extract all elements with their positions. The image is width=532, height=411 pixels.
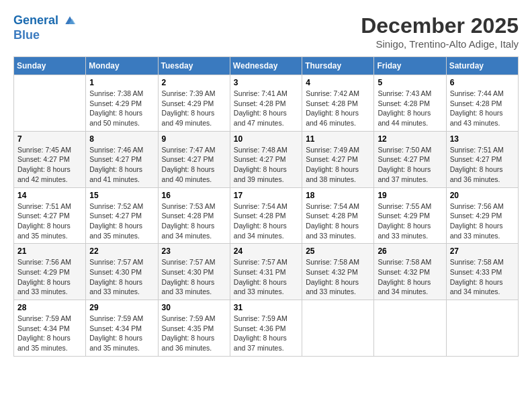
calendar-cell: 17Sunrise: 7:54 AMSunset: 4:28 PMDayligh…: [230, 187, 302, 244]
day-number: 29: [89, 303, 154, 312]
logo: General Blue: [13, 13, 77, 42]
calendar-cell: 10Sunrise: 7:48 AMSunset: 4:27 PMDayligh…: [230, 131, 302, 187]
calendar-week-row: 7Sunrise: 7:45 AMSunset: 4:27 PMDaylight…: [14, 131, 519, 187]
day-number: 30: [162, 303, 226, 312]
day-number: 31: [234, 303, 298, 312]
day-info: Sunrise: 7:52 AMSunset: 4:27 PMDaylight:…: [89, 201, 154, 241]
day-info: Sunrise: 7:38 AMSunset: 4:29 PMDaylight:…: [89, 89, 154, 128]
calendar-cell: 5Sunrise: 7:43 AMSunset: 4:28 PMDaylight…: [374, 75, 446, 132]
calendar-cell: 31Sunrise: 7:59 AMSunset: 4:36 PMDayligh…: [230, 300, 302, 357]
day-number: 11: [306, 134, 370, 144]
day-number: 2: [162, 78, 226, 87]
day-info: Sunrise: 7:59 AMSunset: 4:34 PMDaylight:…: [89, 314, 154, 353]
day-info: Sunrise: 7:55 AMSunset: 4:29 PMDaylight:…: [378, 201, 442, 241]
day-number: 4: [306, 78, 370, 87]
calendar-header-friday: Friday: [374, 57, 446, 75]
calendar-cell: 7Sunrise: 7:45 AMSunset: 4:27 PMDaylight…: [14, 131, 86, 187]
calendar-cell: 4Sunrise: 7:42 AMSunset: 4:28 PMDaylight…: [302, 75, 374, 132]
calendar-cell: 11Sunrise: 7:49 AMSunset: 4:27 PMDayligh…: [302, 131, 374, 187]
calendar-cell: [14, 75, 86, 132]
calendar-cell: [446, 300, 518, 357]
day-info: Sunrise: 7:53 AMSunset: 4:28 PMDaylight:…: [162, 201, 226, 241]
calendar-cell: 16Sunrise: 7:53 AMSunset: 4:28 PMDayligh…: [158, 187, 230, 244]
calendar-week-row: 28Sunrise: 7:59 AMSunset: 4:34 PMDayligh…: [14, 300, 519, 357]
day-number: 16: [162, 191, 226, 200]
day-info: Sunrise: 7:51 AMSunset: 4:27 PMDaylight:…: [17, 201, 82, 241]
day-info: Sunrise: 7:46 AMSunset: 4:27 PMDaylight:…: [89, 145, 154, 185]
calendar-cell: 8Sunrise: 7:46 AMSunset: 4:27 PMDaylight…: [86, 131, 158, 187]
day-info: Sunrise: 7:43 AMSunset: 4:28 PMDaylight:…: [378, 89, 442, 128]
calendar-cell: 24Sunrise: 7:57 AMSunset: 4:31 PMDayligh…: [230, 244, 302, 300]
day-info: Sunrise: 7:56 AMSunset: 4:29 PMDaylight:…: [450, 201, 515, 241]
day-number: 23: [162, 246, 226, 256]
page-title: December 2025: [361, 13, 519, 38]
day-info: Sunrise: 7:45 AMSunset: 4:27 PMDaylight:…: [17, 145, 82, 185]
day-info: Sunrise: 7:54 AMSunset: 4:28 PMDaylight:…: [234, 201, 298, 241]
day-number: 15: [89, 191, 154, 200]
day-info: Sunrise: 7:59 AMSunset: 4:34 PMDaylight:…: [17, 314, 82, 353]
day-number: 22: [89, 246, 154, 256]
day-info: Sunrise: 7:41 AMSunset: 4:28 PMDaylight:…: [234, 89, 298, 128]
day-info: Sunrise: 7:58 AMSunset: 4:33 PMDaylight:…: [450, 257, 515, 297]
calendar-cell: [302, 300, 374, 357]
calendar-cell: 27Sunrise: 7:58 AMSunset: 4:33 PMDayligh…: [446, 244, 518, 300]
day-number: 20: [450, 191, 515, 200]
calendar-cell: 13Sunrise: 7:51 AMSunset: 4:27 PMDayligh…: [446, 131, 518, 187]
calendar-cell: [374, 300, 446, 357]
calendar-header-sunday: Sunday: [14, 57, 86, 75]
calendar-cell: 29Sunrise: 7:59 AMSunset: 4:34 PMDayligh…: [86, 300, 158, 357]
day-info: Sunrise: 7:58 AMSunset: 4:32 PMDaylight:…: [378, 257, 442, 297]
calendar-cell: 3Sunrise: 7:41 AMSunset: 4:28 PMDaylight…: [230, 75, 302, 132]
calendar-cell: 1Sunrise: 7:38 AMSunset: 4:29 PMDaylight…: [86, 75, 158, 132]
calendar-cell: 22Sunrise: 7:57 AMSunset: 4:30 PMDayligh…: [86, 244, 158, 300]
day-number: 6: [450, 78, 515, 87]
calendar-cell: 23Sunrise: 7:57 AMSunset: 4:30 PMDayligh…: [158, 244, 230, 300]
calendar-header-tuesday: Tuesday: [158, 57, 230, 75]
day-number: 17: [234, 191, 298, 200]
day-info: Sunrise: 7:57 AMSunset: 4:30 PMDaylight:…: [162, 257, 226, 297]
calendar-header-wednesday: Wednesday: [230, 57, 302, 75]
calendar-week-row: 21Sunrise: 7:56 AMSunset: 4:29 PMDayligh…: [14, 244, 519, 300]
day-info: Sunrise: 7:57 AMSunset: 4:30 PMDaylight:…: [89, 257, 154, 297]
calendar-cell: 26Sunrise: 7:58 AMSunset: 4:32 PMDayligh…: [374, 244, 446, 300]
day-number: 5: [378, 78, 442, 87]
day-number: 27: [450, 246, 515, 256]
day-info: Sunrise: 7:44 AMSunset: 4:28 PMDaylight:…: [450, 89, 515, 128]
day-number: 12: [378, 134, 442, 144]
day-info: Sunrise: 7:42 AMSunset: 4:28 PMDaylight:…: [306, 89, 370, 128]
calendar-cell: 18Sunrise: 7:54 AMSunset: 4:28 PMDayligh…: [302, 187, 374, 244]
day-info: Sunrise: 7:49 AMSunset: 4:27 PMDaylight:…: [306, 145, 370, 185]
day-info: Sunrise: 7:58 AMSunset: 4:32 PMDaylight:…: [306, 257, 370, 297]
day-number: 24: [234, 246, 298, 256]
calendar-cell: 9Sunrise: 7:47 AMSunset: 4:27 PMDaylight…: [158, 131, 230, 187]
day-info: Sunrise: 7:54 AMSunset: 4:28 PMDaylight:…: [306, 201, 370, 241]
calendar-cell: 6Sunrise: 7:44 AMSunset: 4:28 PMDaylight…: [446, 75, 518, 132]
day-number: 1: [89, 78, 154, 87]
calendar-header-monday: Monday: [86, 57, 158, 75]
day-number: 26: [378, 246, 442, 256]
calendar-cell: 2Sunrise: 7:39 AMSunset: 4:29 PMDaylight…: [158, 75, 230, 132]
calendar-header-thursday: Thursday: [302, 57, 374, 75]
page-subtitle: Sinigo, Trentino-Alto Adige, Italy: [361, 38, 519, 50]
day-info: Sunrise: 7:57 AMSunset: 4:31 PMDaylight:…: [234, 257, 298, 297]
day-info: Sunrise: 7:59 AMSunset: 4:35 PMDaylight:…: [162, 314, 226, 353]
logo-text-2: Blue: [13, 28, 77, 43]
calendar-cell: 28Sunrise: 7:59 AMSunset: 4:34 PMDayligh…: [14, 300, 86, 357]
calendar-table: SundayMondayTuesdayWednesdayThursdayFrid…: [13, 56, 519, 357]
day-info: Sunrise: 7:47 AMSunset: 4:27 PMDaylight:…: [162, 145, 226, 185]
day-number: 8: [89, 134, 154, 144]
day-info: Sunrise: 7:59 AMSunset: 4:36 PMDaylight:…: [234, 314, 298, 353]
calendar-cell: 25Sunrise: 7:58 AMSunset: 4:32 PMDayligh…: [302, 244, 374, 300]
day-info: Sunrise: 7:56 AMSunset: 4:29 PMDaylight:…: [17, 257, 82, 297]
day-number: 18: [306, 191, 370, 200]
day-info: Sunrise: 7:50 AMSunset: 4:27 PMDaylight:…: [378, 145, 442, 185]
day-number: 10: [234, 134, 298, 144]
day-info: Sunrise: 7:48 AMSunset: 4:27 PMDaylight:…: [234, 145, 298, 185]
day-number: 19: [378, 191, 442, 200]
calendar-cell: 14Sunrise: 7:51 AMSunset: 4:27 PMDayligh…: [14, 187, 86, 244]
calendar-week-row: 14Sunrise: 7:51 AMSunset: 4:27 PMDayligh…: [14, 187, 519, 244]
calendar-cell: 19Sunrise: 7:55 AMSunset: 4:29 PMDayligh…: [374, 187, 446, 244]
calendar-cell: 12Sunrise: 7:50 AMSunset: 4:27 PMDayligh…: [374, 131, 446, 187]
calendar-cell: 15Sunrise: 7:52 AMSunset: 4:27 PMDayligh…: [86, 187, 158, 244]
day-number: 25: [306, 246, 370, 256]
